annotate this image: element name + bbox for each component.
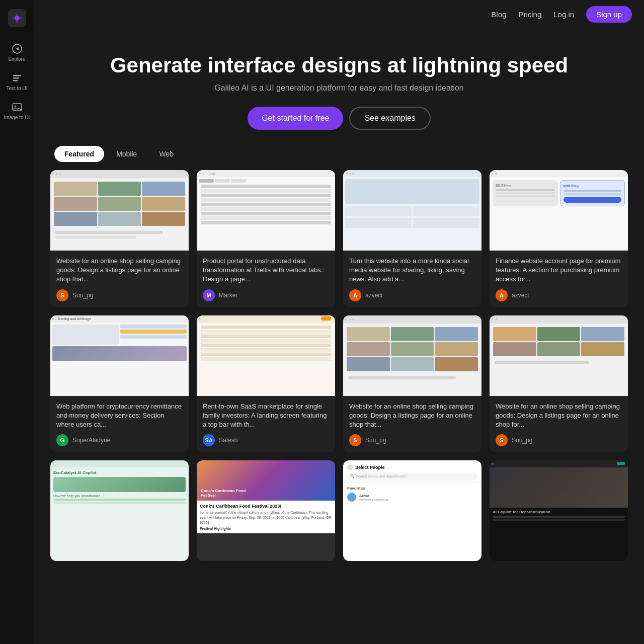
card-5-author: G SuperAladyne	[56, 434, 183, 446]
gallery-card-3[interactable]: Turn this website into a more kinda soci…	[343, 170, 481, 307]
gallery-card-10[interactable]: Conk's Caribbean Food Festival Conk's Ca…	[197, 460, 335, 561]
gallery-card-6[interactable]: Rent-to-own SaaS marketplace for single …	[197, 315, 335, 453]
text-to-ui-icon	[12, 72, 23, 84]
hero-title: Generate interface designs at lightning …	[54, 53, 624, 77]
svg-point-11	[14, 106, 16, 107]
gallery-card-1[interactable]: Website for an online shop selling campi…	[50, 170, 189, 307]
card-4-avatar: A	[496, 289, 508, 301]
svg-point-3	[13, 17, 15, 19]
card-7-author: S Suu_pg	[349, 434, 475, 446]
gallery-card-2[interactable]: Jobs	[197, 170, 335, 307]
sidebar: Explore Text to UI Image to UI	[0, 0, 34, 644]
card-2-author-name: Marker	[219, 292, 237, 299]
card-6-thumbnail	[197, 315, 335, 396]
explore-icon	[12, 43, 23, 54]
card-3-avatar: A	[349, 289, 361, 301]
hero-buttons: Get started for free See examples	[54, 107, 624, 130]
svg-point-0	[15, 16, 20, 21]
card-7-title: Website for an online shop selling campi…	[349, 402, 475, 430]
card-2-title: Product portal for unstructured data tra…	[203, 257, 329, 284]
card-4-author-name: azvect	[512, 292, 529, 299]
gallery-card-4[interactable]: $9.99/mo $99.99/yr	[490, 170, 628, 307]
card-5-title: Web platform for cryptocurrency remittan…	[56, 402, 183, 430]
gallery-grid: Website for an online shop selling campi…	[34, 170, 644, 581]
gallery-card-8[interactable]: Website for an online shop selling campi…	[490, 315, 628, 453]
card-7-thumbnail	[343, 315, 481, 396]
card-7-avatar: S	[349, 434, 361, 446]
card-1-avatar: S	[56, 289, 68, 301]
sidebar-item-text-to-ui[interactable]: Text to UI	[0, 67, 34, 97]
sidebar-item-image-to-ui[interactable]: Image to UI	[0, 97, 34, 126]
top-navigation: Blog Pricing Log in Sign up	[34, 0, 644, 29]
get-started-button[interactable]: Get started for free	[248, 107, 343, 130]
nav-blog[interactable]: Blog	[491, 10, 506, 19]
card-1-body: Website for an online shop selling campi…	[50, 251, 189, 307]
gallery-tabs: Featured Mobile Web	[34, 146, 644, 170]
signup-button[interactable]: Sign up	[586, 6, 632, 23]
svg-point-4	[20, 17, 22, 19]
card-4-title: Finance website account page for premium…	[496, 257, 622, 284]
tab-mobile[interactable]: Mobile	[106, 146, 147, 162]
sidebar-item-explore[interactable]: Explore	[0, 38, 34, 67]
card-6-author-name: Satesh	[219, 437, 237, 444]
card-8-avatar: S	[496, 434, 508, 446]
card-8-author-name: Suu_pg	[512, 437, 532, 444]
card-5-avatar: G	[56, 434, 68, 446]
card-1-author-name: Suu_pg	[72, 292, 93, 299]
card-3-thumbnail	[343, 170, 481, 251]
card-5-thumbnail: Trading and Arbitrage	[50, 315, 189, 396]
svg-point-2	[16, 21, 18, 23]
card-11-thumbnail: Select People 🔍 Search people and depart…	[343, 460, 481, 561]
nav-login[interactable]: Log in	[553, 10, 574, 19]
card-8-title: Website for an online shop selling campi…	[496, 402, 622, 430]
gallery-card-11[interactable]: Select People 🔍 Search people and depart…	[343, 460, 481, 561]
card-10-thumbnail: Conk's Caribbean Food Festival Conk's Ca…	[197, 460, 335, 561]
card-5-body: Web platform for cryptocurrency remittan…	[50, 396, 189, 453]
card-3-author: A azvect	[349, 289, 475, 301]
svg-rect-9	[13, 80, 18, 82]
gallery-card-9[interactable]: EcoCatalyst AI Copilot How we help you d…	[50, 460, 189, 561]
card-9-thumbnail: EcoCatalyst AI Copilot How we help you d…	[50, 460, 189, 561]
sidebar-image-to-ui-label: Image to UI	[4, 115, 30, 121]
gallery-card-7[interactable]: Website for an online shop selling campi…	[343, 315, 481, 453]
card-2-body: Product portal for unstructured data tra…	[197, 251, 335, 307]
see-examples-button[interactable]: See examples	[349, 107, 430, 130]
sidebar-text-to-ui-label: Text to UI	[6, 86, 27, 92]
card-4-thumbnail: $9.99/mo $99.99/yr	[490, 170, 628, 251]
sidebar-logo[interactable]	[0, 4, 34, 38]
card-8-author: S Suu_pg	[496, 434, 622, 446]
hero-subtitle: Galileo AI is a UI generation platform f…	[54, 84, 624, 93]
card-6-avatar: SA	[203, 434, 215, 446]
card-6-body: Rent-to-own SaaS marketplace for single …	[197, 396, 335, 453]
main-content: Blog Pricing Log in Sign up Generate int…	[34, 0, 644, 644]
card-1-thumbnail	[50, 170, 189, 251]
card-2-avatar: M	[203, 289, 215, 301]
card-8-body: Website for an online shop selling campi…	[490, 396, 628, 453]
gallery-card-5[interactable]: Trading and Arbitrage	[50, 315, 189, 453]
card-6-title: Rent-to-own SaaS marketplace for single …	[203, 402, 329, 430]
card-1-author: S Suu_pg	[56, 289, 183, 301]
gallery-card-12[interactable]: AI Copilot for Decarbonization	[490, 460, 628, 561]
card-3-author-name: azvect	[365, 292, 383, 299]
svg-marker-6	[16, 47, 19, 50]
svg-point-1	[16, 14, 18, 16]
card-12-thumbnail: AI Copilot for Decarbonization	[490, 460, 628, 561]
card-7-body: Website for an online shop selling campi…	[343, 396, 481, 453]
brand-logo	[8, 9, 26, 27]
sidebar-explore-label: Explore	[9, 56, 26, 62]
tab-web[interactable]: Web	[149, 146, 184, 162]
card-4-author: A azvect	[496, 289, 622, 301]
hero-section: Generate interface designs at lightning …	[34, 29, 644, 146]
image-to-ui-icon	[12, 102, 23, 113]
svg-rect-7	[13, 75, 21, 76]
card-5-author-name: SuperAladyne	[72, 437, 110, 444]
card-7-author-name: Suu_pg	[365, 437, 386, 444]
card-3-title: Turn this website into a more kinda soci…	[349, 257, 475, 284]
card-6-author: SA Satesh	[203, 434, 329, 446]
card-8-thumbnail	[490, 315, 628, 396]
tab-featured[interactable]: Featured	[54, 146, 104, 162]
svg-rect-8	[13, 77, 19, 79]
nav-pricing[interactable]: Pricing	[518, 10, 541, 19]
card-2-thumbnail: Jobs	[197, 170, 335, 251]
card-2-author: M Marker	[203, 289, 329, 301]
